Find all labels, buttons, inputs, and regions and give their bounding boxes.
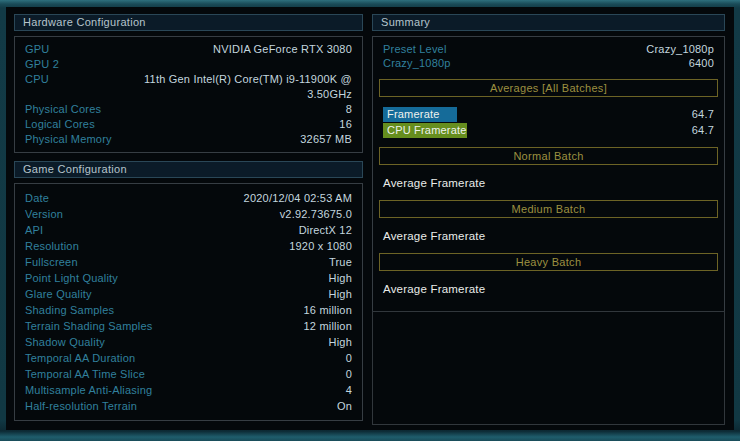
- window-content: Hardware Configuration GPUNVIDIA GeForce…: [6, 7, 734, 430]
- config-row-label: Half-resolution Terrain: [25, 398, 147, 414]
- config-row-label: Terrain Shading Samples: [25, 318, 163, 334]
- batch-metric-label: Average Framerate: [383, 176, 485, 190]
- game-config-panel: Date2020/12/04 02:53 AMVersionv2.92.7367…: [14, 183, 363, 421]
- config-row-value: NVIDIA GeForce RTX 3080: [100, 42, 352, 57]
- config-row: Terrain Shading Samples12 million: [21, 318, 356, 334]
- config-row-label: Logical Cores: [25, 117, 105, 132]
- batch-header: Medium Batch: [379, 200, 718, 218]
- config-row: Date2020/12/04 02:53 AM: [21, 190, 356, 206]
- config-row: Logical Cores16: [21, 117, 356, 132]
- averages-all-batches-header: Averages [All Batches]: [379, 79, 718, 97]
- config-row-value: 16 million: [124, 302, 352, 318]
- config-row: Glare QualityHigh: [21, 286, 356, 302]
- summary-info-rows: Preset LevelCrazy_1080pCrazy_1080p6400: [379, 42, 718, 70]
- config-row-label: API: [25, 222, 53, 238]
- averages-score-rows: Framerate64.7CPU Framerate64.7: [379, 107, 718, 138]
- hardware-config-panel: GPUNVIDIA GeForce RTX 3080GPU 2CPU11th G…: [14, 36, 363, 153]
- config-row-label: Shadow Quality: [25, 334, 115, 350]
- batch-header: Normal Batch: [379, 147, 718, 165]
- config-row: Temporal AA Duration0: [21, 350, 356, 366]
- config-row: GPUNVIDIA GeForce RTX 3080: [21, 42, 356, 57]
- config-row: GPU 2: [21, 57, 356, 72]
- config-row-label: Glare Quality: [25, 286, 102, 302]
- batch-sections: Normal BatchAverage FramerateMedium Batc…: [379, 147, 718, 296]
- score-row-label: Framerate: [383, 107, 457, 122]
- config-row: Physical Memory32657 MB: [21, 132, 356, 147]
- summary-panel: Preset LevelCrazy_1080pCrazy_1080p6400 A…: [372, 36, 725, 312]
- config-row-value: 12 million: [163, 318, 352, 334]
- config-row: Multisample Anti-Aliasing4: [21, 382, 356, 398]
- config-row-label: Point Light Quality: [25, 270, 128, 286]
- config-row: Temporal AA Time Slice0: [21, 366, 356, 382]
- config-row-label: Fullscreen: [25, 254, 88, 270]
- summary-empty-area: [372, 311, 725, 425]
- config-row-label: Version: [25, 206, 73, 222]
- config-row-label: Crazy_1080p: [383, 56, 461, 70]
- batch-metric-row: Average Framerate: [379, 282, 718, 296]
- config-row-value: DirectX 12: [53, 222, 352, 238]
- config-row-label: Multisample Anti-Aliasing: [25, 382, 162, 398]
- config-row-label: GPU 2: [25, 57, 69, 72]
- config-row-value: v2.92.73675.0: [73, 206, 352, 222]
- config-row-value: 4: [162, 382, 352, 398]
- config-row-value: On: [147, 398, 352, 414]
- config-row-value: 0: [155, 366, 352, 382]
- config-row-value: 16: [105, 117, 352, 132]
- config-row-value: True: [88, 254, 352, 270]
- batch-metric-row: Average Framerate: [379, 229, 718, 243]
- config-row-value: 6400: [461, 56, 714, 70]
- left-column: Hardware Configuration GPUNVIDIA GeForce…: [14, 14, 363, 421]
- config-row-label: CPU: [25, 72, 59, 87]
- right-column: Summary Preset LevelCrazy_1080pCrazy_108…: [372, 14, 725, 425]
- config-row-value: 8: [111, 102, 352, 117]
- batch-header: Heavy Batch: [379, 253, 718, 271]
- batch-metric-label: Average Framerate: [383, 282, 485, 296]
- config-row: Shadow QualityHigh: [21, 334, 356, 350]
- game-config-header: Game Configuration: [14, 161, 363, 178]
- config-row: Point Light QualityHigh: [21, 270, 356, 286]
- config-row: Resolution1920 x 1080: [21, 238, 356, 254]
- config-row-label: Preset Level: [383, 42, 457, 56]
- score-row: Framerate64.7: [379, 107, 718, 122]
- config-row: Shading Samples16 million: [21, 302, 356, 318]
- batch-metric-row: Average Framerate: [379, 176, 718, 190]
- config-row: Crazy_1080p6400: [379, 56, 718, 70]
- config-row: Versionv2.92.73675.0: [21, 206, 356, 222]
- score-row-label: CPU Framerate: [383, 123, 467, 138]
- config-row-label: Temporal AA Time Slice: [25, 366, 155, 382]
- score-row-value: 64.7: [692, 123, 718, 138]
- config-row: Half-resolution TerrainOn: [21, 398, 356, 414]
- score-row: CPU Framerate64.7: [379, 123, 718, 138]
- config-row-label: GPU: [25, 42, 59, 57]
- summary-header: Summary: [372, 14, 725, 31]
- config-row: APIDirectX 12: [21, 222, 356, 238]
- config-row: Preset LevelCrazy_1080p: [379, 42, 718, 56]
- config-row-label: Date: [25, 190, 59, 206]
- config-row-label: Physical Cores: [25, 102, 111, 117]
- config-row-value: Crazy_1080p: [457, 42, 714, 56]
- config-row-label: Shading Samples: [25, 302, 124, 318]
- config-row-value: High: [115, 334, 352, 350]
- config-row-value: 11th Gen Intel(R) Core(TM) i9-11900K @ 3…: [100, 72, 352, 102]
- config-row-label: Temporal AA Duration: [25, 350, 145, 366]
- config-row-value: 32657 MB: [122, 132, 352, 147]
- benchmark-window: Hardware Configuration GPUNVIDIA GeForce…: [0, 0, 740, 441]
- config-row: FullscreenTrue: [21, 254, 356, 270]
- config-row-value: High: [102, 286, 352, 302]
- config-row-value: 1920 x 1080: [89, 238, 352, 254]
- batch-metric-label: Average Framerate: [383, 229, 485, 243]
- config-row-value: High: [128, 270, 352, 286]
- score-row-value: 64.7: [692, 107, 718, 122]
- config-row: CPU11th Gen Intel(R) Core(TM) i9-11900K …: [21, 72, 356, 102]
- config-row-label: Physical Memory: [25, 132, 122, 147]
- config-row-value: 2020/12/04 02:53 AM: [59, 190, 352, 206]
- config-row: Physical Cores8: [21, 102, 356, 117]
- config-row-value: 0: [145, 350, 352, 366]
- hardware-config-header: Hardware Configuration: [14, 14, 363, 31]
- config-row-label: Resolution: [25, 238, 89, 254]
